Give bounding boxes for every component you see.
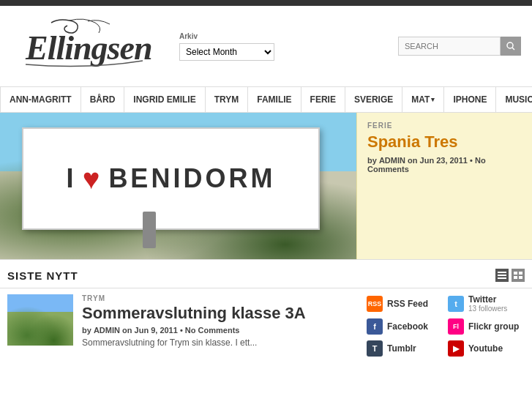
nav-item-trym[interactable]: TRYM	[206, 87, 249, 112]
chevron-down-icon: ▾	[431, 96, 435, 103]
facebook-label: Facebook	[387, 321, 428, 332]
featured-sidebar: FERIE Spania Tres by ADMIN on Jun 23, 20…	[356, 113, 532, 259]
nav-item-music[interactable]: MUSIC	[496, 87, 532, 112]
view-icons	[495, 269, 525, 282]
svg-point-1	[507, 42, 513, 48]
nav-item-ann-magritt[interactable]: ANN-MAGRITT	[0, 87, 81, 112]
header: Ellingsen Arkiv Select Month	[0, 6, 532, 86]
archive-select[interactable]: Select Month	[179, 43, 274, 61]
svg-line-2	[512, 48, 514, 50]
twitter-label: Twitter	[468, 294, 507, 305]
flickr-label: Flickr group	[468, 321, 519, 332]
bottom-section: TRYM Sommeravslutning klasse 3A by ADMIN…	[0, 288, 532, 362]
sidebar-meta: by ADMIN on Jun 23, 2011 • No Comments	[367, 156, 522, 174]
top-bar	[0, 0, 532, 6]
svg-rect-7	[519, 272, 522, 275]
twitter-icon: t	[448, 296, 464, 312]
youtube-label: Youtube	[468, 343, 503, 354]
svg-rect-9	[519, 276, 522, 279]
siste-nytt-header: SISTE NYTT	[0, 269, 532, 288]
nav-item-baard[interactable]: BÅRD	[81, 87, 125, 112]
nav: ANN-MAGRITT BÅRD INGRID EMILIE TRYM FAMI…	[0, 86, 532, 113]
rss-icon: RSS	[367, 296, 383, 312]
post-item: TRYM Sommeravslutning klasse 3A by ADMIN…	[7, 294, 349, 348]
youtube-icon: ▶	[448, 340, 464, 357]
social-item-youtube[interactable]: ▶ Youtube	[448, 340, 522, 357]
list-view-icon[interactable]	[495, 269, 509, 282]
social-item-rss[interactable]: RSS RSS Feed	[367, 294, 441, 313]
social-item-flickr[interactable]: Fl Flickr group	[448, 318, 522, 335]
grid-view-icon[interactable]	[512, 269, 525, 282]
post-title[interactable]: Sommeravslutning klasse 3A	[82, 304, 349, 323]
tumblr-label: Tumblr	[387, 343, 416, 354]
flickr-icon: Fl	[448, 318, 464, 335]
svg-rect-6	[514, 272, 517, 275]
hero-billboard: I ♥ BENIDORM	[0, 113, 356, 259]
billboard-sign: I ♥ BENIDORM	[22, 127, 320, 230]
nav-item-sverige[interactable]: SVERIGE	[345, 87, 402, 112]
social-sidebar: RSS RSS Feed t Twitter 13 followers f Fa…	[356, 288, 532, 362]
logo-svg: Ellingsen	[15, 17, 154, 75]
social-item-twitter[interactable]: t Twitter 13 followers	[448, 294, 522, 313]
logo[interactable]: Ellingsen	[11, 15, 157, 78]
social-item-tumblr[interactable]: T Tumblr	[367, 340, 441, 357]
rss-label: RSS Feed	[387, 299, 428, 309]
post-thumbnail[interactable]	[7, 294, 73, 346]
post-content: TRYM Sommeravslutning klasse 3A by ADMIN…	[82, 294, 349, 348]
svg-rect-8	[514, 276, 517, 279]
social-grid: RSS RSS Feed t Twitter 13 followers f Fa…	[367, 294, 522, 357]
tumblr-icon: T	[367, 340, 383, 357]
hero-image: I ♥ BENIDORM	[0, 113, 356, 259]
siste-nytt-section: SISTE NYTT	[0, 259, 532, 288]
person-figure	[143, 212, 156, 248]
svg-rect-5	[498, 277, 506, 279]
siste-nytt-title: SISTE NYTT	[7, 269, 78, 282]
twitter-followers: 13 followers	[468, 305, 507, 313]
archive-label: Arkiv	[179, 32, 274, 40]
posts-list: TRYM Sommeravslutning klasse 3A by ADMIN…	[0, 288, 356, 354]
post-thumbnail-image	[7, 294, 73, 346]
svg-rect-3	[498, 272, 506, 273]
nav-item-ingrid-emilie[interactable]: INGRID EMILIE	[124, 87, 205, 112]
heart-symbol: ♥	[83, 163, 103, 195]
nav-item-iphone[interactable]: IPHONE	[444, 87, 496, 112]
svg-rect-4	[498, 275, 506, 276]
nav-item-mat[interactable]: MAT ▾	[402, 87, 444, 112]
main-area: I ♥ BENIDORM FERIE Spania Tres by ADMIN …	[0, 113, 532, 259]
search-button[interactable]	[501, 37, 521, 56]
svg-text:Ellingsen: Ellingsen	[25, 29, 152, 67]
sidebar-post-title[interactable]: Spania Tres	[367, 133, 522, 152]
nav-item-ferie[interactable]: FERIE	[301, 87, 345, 112]
social-item-facebook[interactable]: f Facebook	[367, 318, 441, 335]
post-category[interactable]: TRYM	[82, 294, 349, 302]
nav-item-familie[interactable]: FAMILIE	[248, 87, 301, 112]
post-meta: by ADMIN on Jun 9, 2011 • No Comments	[82, 326, 349, 335]
search-icon	[506, 42, 515, 51]
search-input[interactable]	[398, 37, 501, 56]
archive-section: Arkiv Select Month	[179, 32, 274, 61]
search-section	[398, 37, 521, 56]
sidebar-category: FERIE	[367, 122, 522, 130]
post-excerpt: Sommeravslutning for Trym sin klasse. I …	[82, 338, 349, 348]
facebook-icon: f	[367, 318, 383, 335]
